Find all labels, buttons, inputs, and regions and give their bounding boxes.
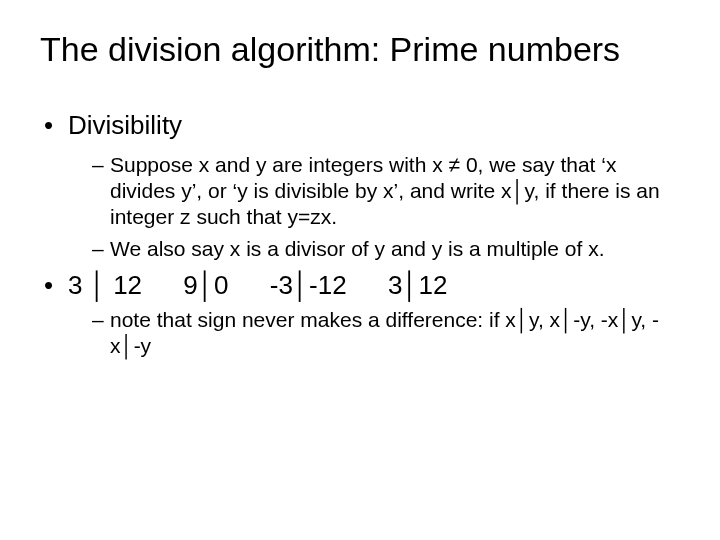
example-4: 3│12	[388, 269, 448, 302]
bullet-divisibility: Divisibility	[40, 109, 680, 142]
example-2: 9│0	[183, 269, 228, 302]
example-1: 3 │ 12	[68, 269, 142, 302]
bullet-sign-note: note that sign never makes a difference:…	[40, 307, 680, 360]
slide: The division algorithm: Prime numbers Di…	[0, 0, 720, 540]
bullet-divisor-multiple: We also say x is a divisor of y and y is…	[40, 236, 680, 262]
example-3: -3│-12	[270, 269, 347, 302]
bullet-examples: 3 │ 12 9│0 -3│-12 3│12	[40, 269, 680, 302]
bullet-definition: Suppose x and y are integers with x ≠ 0,…	[40, 152, 680, 231]
slide-title: The division algorithm: Prime numbers	[40, 30, 680, 69]
